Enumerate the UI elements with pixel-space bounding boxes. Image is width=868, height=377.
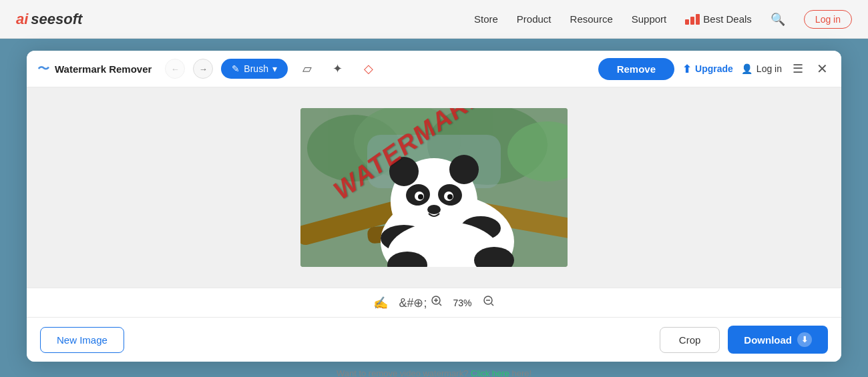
undo-button[interactable]: ← — [165, 59, 185, 79]
bar-chart-icon — [685, 14, 700, 25]
zoom-toolbar: ✍ &#⊕; 73% — [27, 288, 841, 317]
toolbar: 〜 Watermark Remover ← → ✎ Brush ▾ ▱ ✦ ◇ … — [27, 51, 841, 87]
remove-button[interactable]: Remove — [598, 58, 674, 80]
best-deals-label: Best Deals — [703, 13, 752, 25]
logo[interactable]: aiseesoft — [16, 11, 82, 28]
upgrade-button[interactable]: ⬆ Upgrade — [682, 63, 733, 75]
user-icon: 👤 — [741, 63, 752, 74]
main-content: 〜 Watermark Remover ← → ✎ Brush ▾ ▱ ✦ ◇ … — [0, 39, 868, 362]
brush-label: Brush — [244, 63, 268, 74]
crop-button[interactable]: Crop — [660, 327, 720, 353]
logo-ai: ai — [16, 11, 28, 28]
svg-point-17 — [418, 194, 423, 200]
app-window: 〜 Watermark Remover ← → ✎ Brush ▾ ▱ ✦ ◇ … — [27, 51, 841, 362]
login-button[interactable]: Log in — [804, 10, 852, 29]
upgrade-icon: ⬆ — [682, 63, 691, 75]
brush-icon: ✎ — [232, 63, 240, 74]
menu-button[interactable]: ☰ — [790, 59, 806, 79]
svg-point-18 — [447, 194, 453, 200]
nav-support[interactable]: Support — [632, 13, 667, 25]
eraser-button[interactable]: ◇ — [357, 57, 380, 80]
svg-point-12 — [449, 155, 479, 184]
polygon-tool-button[interactable]: ✦ — [327, 57, 349, 80]
zoom-out-button[interactable] — [483, 295, 495, 310]
search-icon[interactable]: 🔍 — [771, 12, 785, 27]
download-button[interactable]: Download ⬇ — [728, 326, 828, 354]
nav-links: Store Product Resource Support Best Deal… — [474, 10, 852, 29]
toolbar-title-label: Watermark Remover — [55, 63, 152, 75]
logo-seesoft: seesoft — [31, 11, 82, 28]
hand-tool-icon[interactable]: ✍ — [373, 296, 388, 310]
bottom-hint: Want to remove video watermark? Click he… — [0, 362, 868, 377]
canvas-area: WATERMARK — [27, 87, 841, 288]
nav-resource[interactable]: Resource — [570, 13, 613, 25]
close-button[interactable]: ✕ — [814, 58, 831, 79]
toolbar-login-button[interactable]: 👤 Log in — [741, 63, 782, 74]
toolbar-title: 〜 Watermark Remover — [37, 61, 152, 77]
nav-product[interactable]: Product — [517, 13, 552, 25]
hint-text: Want to remove video watermark? — [337, 368, 468, 377]
nav-best-deals[interactable]: Best Deals — [685, 13, 752, 25]
svg-line-31 — [491, 304, 493, 306]
svg-line-28 — [439, 304, 441, 306]
brush-button[interactable]: ✎ Brush ▾ — [221, 59, 288, 79]
upgrade-label: Upgrade — [695, 63, 733, 74]
brush-dropdown-icon: ▾ — [272, 63, 277, 74]
watermark-remover-icon: 〜 — [37, 61, 49, 77]
zoom-in-button[interactable]: &#⊕; — [399, 295, 442, 310]
download-icon: ⬇ — [797, 332, 812, 347]
top-navigation: aiseesoft Store Product Resource Support… — [0, 0, 868, 39]
zoom-level: 73% — [453, 298, 472, 308]
nav-store[interactable]: Store — [474, 13, 498, 25]
toolbar-login-label: Log in — [756, 63, 782, 74]
new-image-button[interactable]: New Image — [40, 327, 124, 353]
lasso-tool-button[interactable]: ▱ — [296, 57, 318, 80]
bottom-bar: New Image Crop Download ⬇ — [27, 317, 841, 362]
panda-image: WATERMARK — [300, 108, 568, 267]
redo-button[interactable]: → — [193, 59, 213, 79]
hint-link[interactable]: Click here — [471, 368, 509, 377]
hint-suffix: here! — [511, 368, 531, 377]
download-label: Download — [744, 334, 792, 346]
svg-point-19 — [427, 205, 441, 214]
